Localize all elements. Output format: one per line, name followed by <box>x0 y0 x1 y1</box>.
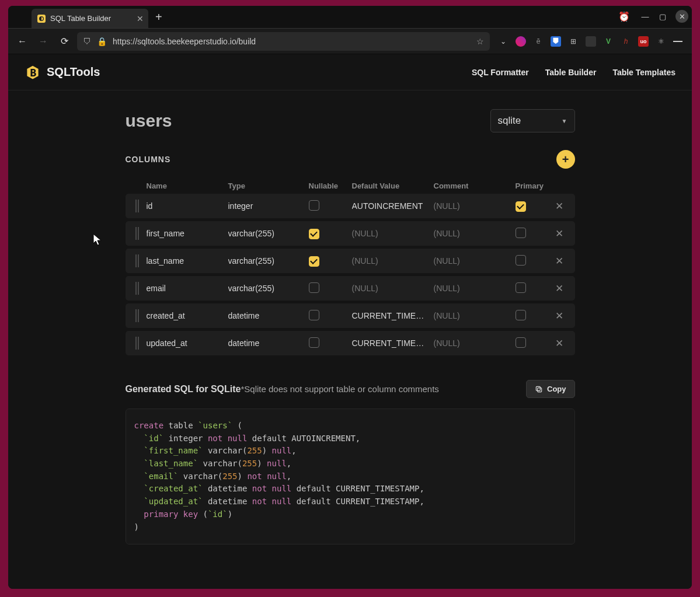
delete-column-button[interactable]: ✕ <box>545 310 574 322</box>
ext-gnome[interactable]: ĕ <box>533 36 544 47</box>
ext-bitwarden[interactable]: ⛊ <box>551 36 561 47</box>
primary-checkbox[interactable] <box>516 282 526 293</box>
ext-ublock[interactable]: uo <box>638 36 649 47</box>
brand[interactable]: SQLTools <box>25 64 100 81</box>
copy-button[interactable]: Copy <box>526 380 575 398</box>
column-default[interactable]: CURRENT_TIMES… <box>352 311 434 320</box>
column-row: first_namevarchar(255)(NULL)(NULL)✕ <box>126 221 575 246</box>
column-name[interactable]: created_at <box>147 311 228 320</box>
database-select[interactable]: sqlite ▼ <box>490 109 575 132</box>
nullable-checkbox[interactable] <box>309 282 319 293</box>
nav-sql-formatter[interactable]: SQL Formatter <box>472 68 529 77</box>
browser-tab[interactable]: SQL Table Builder ✕ <box>32 9 148 28</box>
drag-handle-icon[interactable] <box>126 282 147 295</box>
column-comment[interactable]: (NULL) <box>434 284 516 293</box>
column-comment[interactable]: (NULL) <box>434 311 516 320</box>
column-row: updated_atdatetimeCURRENT_TIMES…(NULL)✕ <box>126 331 575 355</box>
column-row: created_atdatetimeCURRENT_TIMES…(NULL)✕ <box>126 303 575 328</box>
grid-header: Name Type Nullable Default Value Comment… <box>126 178 575 194</box>
tab-title: SQL Table Builder <box>50 14 111 23</box>
column-type[interactable]: varchar(255) <box>228 284 309 293</box>
column-default[interactable]: (NULL) <box>352 229 434 238</box>
nav-reload-button[interactable]: ⟳ <box>56 33 72 50</box>
window-close[interactable]: ✕ <box>675 10 688 23</box>
add-column-button[interactable]: + <box>556 150 575 169</box>
primary-checkbox[interactable] <box>516 201 526 212</box>
nav-table-templates[interactable]: Table Templates <box>612 68 675 77</box>
drag-handle-icon[interactable] <box>126 309 147 322</box>
delete-column-button[interactable]: ✕ <box>545 282 574 295</box>
nullable-checkbox[interactable] <box>309 256 319 267</box>
column-type[interactable]: varchar(255) <box>228 229 309 238</box>
address-bar[interactable]: ⛉ 🔒 https://sqltools.beekeeperstudio.io/… <box>77 32 490 51</box>
column-name[interactable]: email <box>147 284 228 293</box>
generated-sql-code[interactable]: create table `users` ( `id` integer not … <box>126 409 575 544</box>
window-minimize[interactable]: — <box>637 8 653 25</box>
ext-vue[interactable]: V <box>603 36 614 47</box>
hamburger-menu-icon[interactable] <box>673 36 682 47</box>
column-type[interactable]: integer <box>228 201 309 211</box>
nav-table-builder[interactable]: Table Builder <box>545 68 597 77</box>
column-name[interactable]: id <box>147 201 228 211</box>
window-maximize[interactable]: ▢ <box>654 8 671 25</box>
mouse-cursor-icon <box>93 233 103 246</box>
column-default[interactable]: (NULL) <box>352 256 434 266</box>
ext-red-h[interactable]: h <box>621 36 631 47</box>
ext-react[interactable]: ⚛ <box>656 36 666 47</box>
primary-checkbox[interactable] <box>516 255 526 266</box>
delete-column-button[interactable]: ✕ <box>545 228 574 240</box>
column-default[interactable]: AUTOINCREMENT <box>352 201 434 211</box>
browser-toolbar: ← → ⟳ ⛉ 🔒 https://sqltools.beekeeperstud… <box>8 28 692 54</box>
col-header-nullable: Nullable <box>309 181 352 190</box>
drag-handle-icon[interactable] <box>126 227 147 240</box>
caret-down-icon: ▼ <box>562 118 567 124</box>
column-comment[interactable]: (NULL) <box>434 338 516 348</box>
copy-label: Copy <box>547 385 566 393</box>
generated-sql-heading: Generated SQL for SQLite*Sqlite does not… <box>126 384 439 394</box>
new-tab-button[interactable]: + <box>148 8 169 26</box>
column-comment[interactable]: (NULL) <box>434 229 516 238</box>
drag-handle-icon[interactable] <box>126 337 147 350</box>
column-default[interactable]: CURRENT_TIMES… <box>352 338 434 348</box>
nullable-checkbox[interactable] <box>309 337 319 348</box>
drag-handle-icon[interactable] <box>126 254 147 267</box>
column-comment[interactable]: (NULL) <box>434 201 516 211</box>
nullable-checkbox[interactable] <box>309 310 319 320</box>
primary-checkbox[interactable] <box>516 337 526 348</box>
nullable-checkbox[interactable] <box>309 200 319 211</box>
lock-icon[interactable]: 🔒 <box>97 37 107 46</box>
ext-grid[interactable]: ⊞ <box>568 36 579 47</box>
delete-column-button[interactable]: ✕ <box>545 255 574 267</box>
column-type[interactable]: datetime <box>228 311 309 320</box>
column-type[interactable]: datetime <box>228 338 309 348</box>
delete-column-button[interactable]: ✕ <box>545 337 574 350</box>
svg-rect-0 <box>538 387 542 392</box>
ext-dark[interactable] <box>586 36 596 47</box>
nullable-checkbox[interactable] <box>309 229 319 239</box>
app-nav: SQL Formatter Table Builder Table Templa… <box>472 68 675 77</box>
column-comment[interactable]: (NULL) <box>434 256 516 266</box>
column-name[interactable]: updated_at <box>147 338 228 348</box>
column-name[interactable]: last_name <box>147 256 228 266</box>
column-row: emailvarchar(255)(NULL)(NULL)✕ <box>126 276 575 301</box>
table-name[interactable]: users <box>126 111 172 131</box>
copy-icon <box>535 385 543 393</box>
delete-column-button[interactable]: ✕ <box>545 200 574 212</box>
column-name[interactable]: first_name <box>147 229 228 238</box>
column-row: last_namevarchar(255)(NULL)(NULL)✕ <box>126 249 575 273</box>
alarm-icon[interactable]: ⏰ <box>618 11 630 22</box>
tab-favicon <box>37 15 46 23</box>
nav-back-button[interactable]: ← <box>14 33 30 50</box>
bookmark-star-icon[interactable]: ☆ <box>476 37 484 46</box>
column-default[interactable]: (NULL) <box>352 284 434 293</box>
tab-close-icon[interactable]: ✕ <box>137 14 144 23</box>
nav-forward-button[interactable]: → <box>35 33 51 50</box>
column-type[interactable]: varchar(255) <box>228 256 309 266</box>
shield-icon[interactable]: ⛉ <box>83 37 91 46</box>
primary-checkbox[interactable] <box>516 228 526 238</box>
columns-grid: Name Type Nullable Default Value Comment… <box>126 178 575 355</box>
pocket-icon[interactable]: ⌄ <box>498 36 509 47</box>
avatar-icon[interactable] <box>516 36 526 47</box>
drag-handle-icon[interactable] <box>126 200 147 212</box>
primary-checkbox[interactable] <box>516 310 526 320</box>
